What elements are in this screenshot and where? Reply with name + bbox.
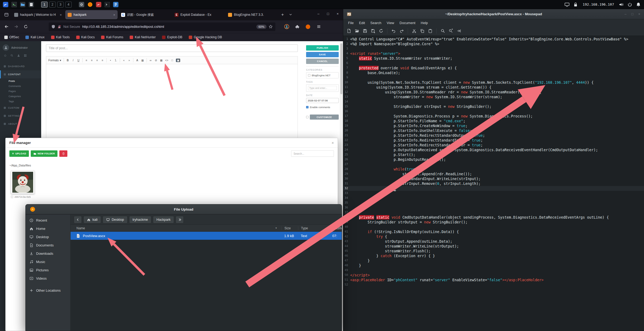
reload-button[interactable]	[21, 22, 30, 31]
terminal-alt-icon[interactable]	[104, 2, 110, 7]
power-icon[interactable]	[4, 54, 7, 57]
tab-close-icon[interactable]: ×	[60, 13, 62, 17]
kali-tools-icon[interactable]	[96, 2, 102, 7]
underline-icon[interactable]: U	[77, 59, 80, 62]
outdent-icon[interactable]: «	[122, 59, 125, 62]
enable-comments-checkbox[interactable]: ✓	[306, 106, 308, 108]
clown-image[interactable]	[11, 171, 34, 194]
sidebar-item-downloads[interactable]: Downloads	[26, 249, 70, 258]
table-icon[interactable]: ▦	[141, 59, 144, 62]
breadcrumb-kali[interactable]: kali	[83, 216, 101, 223]
kali-menu-icon[interactable]	[3, 2, 9, 7]
align-left-icon[interactable]: ≡	[85, 59, 88, 62]
sidebar-item-tags[interactable]: Tags	[0, 99, 41, 104]
new-document-icon[interactable]	[345, 28, 352, 35]
italic-icon[interactable]: I	[72, 59, 75, 62]
zoom-level-badge[interactable]: 60%	[256, 25, 267, 29]
sidebar-item-comments[interactable]: Comments	[0, 83, 41, 89]
list-tabs-button[interactable]	[287, 11, 295, 19]
unlink-icon[interactable]: ⊘	[155, 59, 157, 62]
post-title-input[interactable]	[46, 44, 298, 52]
column-type[interactable]: Type	[298, 226, 330, 230]
file-search-input[interactable]	[291, 150, 334, 157]
menu-edit[interactable]: Edit	[356, 21, 368, 25]
save-button[interactable]: SAVE	[306, 52, 339, 57]
extensions-icon[interactable]	[294, 22, 301, 31]
file-list-empty-area[interactable]	[71, 240, 342, 331]
sidebar-item-dashboard[interactable]: DASHBOARD	[0, 62, 41, 70]
cancel-button[interactable]: CANCEL	[306, 59, 339, 64]
file-thumbnail[interactable]: 26572c3a-0e5	[11, 171, 37, 198]
code-editor[interactable]: 1<%@ Control Language="C#" AutoEventWire…	[343, 36, 644, 331]
bookmark-star-icon[interactable]	[269, 25, 273, 29]
save-icon[interactable]	[361, 28, 368, 35]
bookmark-item[interactable]: Kali Forums	[101, 35, 123, 39]
maximize-button[interactable]: □	[325, 12, 331, 16]
paste-icon[interactable]	[427, 28, 434, 35]
sidebar-item-settings[interactable]: SETTINGS	[0, 112, 41, 120]
sidebar-item-home[interactable]: Home	[26, 225, 70, 233]
scrollbar-thumb[interactable]	[340, 43, 342, 94]
notifications-bell-icon[interactable]	[635, 2, 641, 7]
maximize-button[interactable]: □	[631, 12, 634, 16]
minimize-button[interactable]: –	[624, 12, 626, 16]
firefox-view-icon[interactable]	[3, 11, 10, 18]
bookmark-item[interactable]: Google Hacking DB	[189, 35, 222, 39]
sidebar-item-custom[interactable]: CUSTOM	[0, 104, 41, 112]
display-icon[interactable]	[564, 2, 570, 7]
grid-icon[interactable]	[24, 54, 27, 57]
cut-icon[interactable]	[411, 28, 418, 35]
new-folder-button[interactable]: NEW FOLDER	[31, 150, 58, 157]
account-icon[interactable]	[283, 22, 290, 31]
find-icon[interactable]	[439, 28, 446, 35]
search-icon[interactable]	[10, 54, 13, 57]
copy-icon[interactable]	[419, 28, 426, 35]
column-modified[interactable]: Modified	[330, 226, 342, 230]
menu-icon[interactable]	[315, 22, 322, 31]
tracking-protection-shield-icon[interactable]	[51, 25, 55, 29]
publish-button[interactable]: PUBLISH	[306, 45, 339, 51]
new-tab-button[interactable]: +	[279, 11, 287, 19]
sidebar-item-videos[interactable]: Videos	[26, 274, 70, 283]
align-right-icon[interactable]: ≡	[96, 59, 99, 62]
sidebar-item-posts[interactable]: Posts	[0, 78, 41, 83]
menu-view[interactable]: View	[384, 21, 397, 25]
open-folder-icon[interactable]	[353, 28, 360, 35]
notes-icon[interactable]	[113, 2, 119, 7]
code-icon[interactable]: <>	[165, 59, 168, 62]
menu-help[interactable]: Help	[418, 21, 431, 25]
sidebar-item-content[interactable]: CONTENT	[0, 70, 41, 78]
back-button[interactable]	[74, 216, 82, 223]
user-icon[interactable]	[17, 54, 20, 57]
browser-tab[interactable]: hackpark×	[65, 10, 118, 19]
text-editor-icon[interactable]	[28, 2, 34, 7]
volume-icon[interactable]	[618, 2, 624, 7]
back-button[interactable]	[2, 22, 11, 31]
sidebar-item-about[interactable]: ABOUT	[0, 120, 41, 128]
workspace-3-button[interactable]: 3	[57, 2, 64, 7]
sidebar-item-other-locations[interactable]: Other Locations	[26, 286, 70, 295]
file-checkbox[interactable]	[11, 196, 13, 198]
sidebar-item-documents[interactable]: Documents	[26, 241, 70, 249]
redo-icon[interactable]	[398, 28, 405, 35]
minimize-button[interactable]: –	[316, 12, 321, 16]
sidebar-item-pictures[interactable]: Pictures	[26, 266, 70, 274]
upload-button[interactable]: +UPLOAD	[9, 150, 29, 157]
tags-input[interactable]	[308, 86, 337, 90]
avatar[interactable]	[3, 44, 9, 51]
link-icon[interactable]: ∞	[149, 59, 152, 62]
save-as-icon[interactable]	[369, 28, 376, 35]
screen-lock-icon[interactable]	[573, 2, 579, 7]
bold-icon[interactable]: B	[66, 59, 69, 62]
terminal-icon[interactable]	[11, 2, 17, 7]
indent-icon[interactable]: »	[128, 59, 131, 62]
workspace-2-button[interactable]: 2	[49, 2, 56, 7]
file-row-selected[interactable]: PostView.ascx 1.9 kB Text 07:	[71, 232, 342, 240]
firefox-icon[interactable]	[87, 2, 93, 7]
go-to-line-icon[interactable]	[455, 28, 462, 35]
category-checkbox[interactable]	[308, 74, 310, 77]
numbered-list-icon[interactable]: 1.	[114, 59, 117, 62]
browser-tab[interactable]: EExploit Database - Ex	[172, 10, 225, 19]
workspace-1-button[interactable]: 1	[41, 2, 48, 7]
bookmark-item[interactable]: OffSec	[4, 35, 19, 39]
